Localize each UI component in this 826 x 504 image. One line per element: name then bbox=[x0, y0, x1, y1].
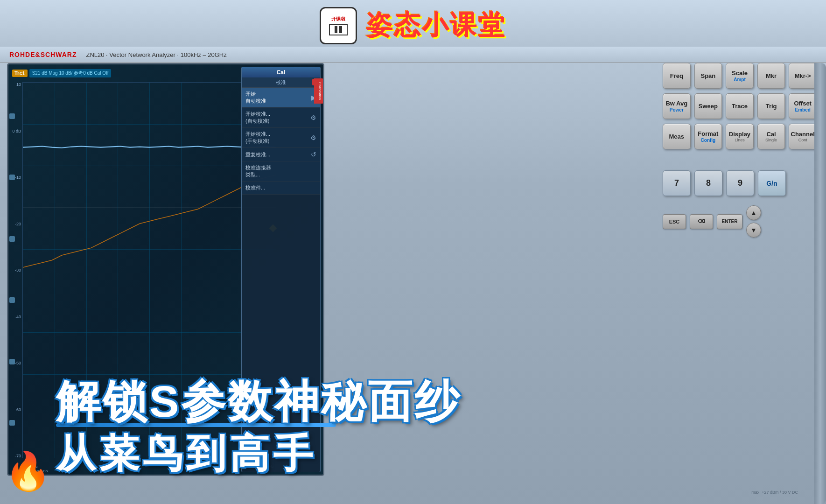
display-button-main: Display bbox=[729, 131, 750, 138]
banner-icon-text: 开课啦 bbox=[331, 16, 345, 22]
cal-header: Cal bbox=[242, 67, 320, 77]
screen-icon-3[interactable] bbox=[9, 236, 15, 242]
y-label--40: -40 bbox=[15, 315, 21, 319]
bw-avg-button[interactable]: Bw Avg Power bbox=[663, 93, 691, 119]
screen-icon-1[interactable] bbox=[9, 113, 15, 119]
graph-area bbox=[22, 82, 276, 458]
trace-info: S21 dB Mag 10 dB/ 参考0 dB Cal Off bbox=[29, 69, 112, 77]
cal-item-start-manual[interactable]: 开始校准...(手动校准) ⚙ bbox=[242, 128, 320, 148]
trace-button[interactable]: Trace bbox=[726, 93, 754, 119]
cal-item-calkit[interactable]: 校准件... bbox=[242, 182, 320, 195]
cal-title: 校准 bbox=[242, 77, 320, 88]
trace-cal-label: Cal Off bbox=[94, 70, 109, 76]
cal-item-repeat[interactable]: 重复校准... ↺ bbox=[242, 148, 320, 161]
backspace-button[interactable]: ⌫ bbox=[690, 214, 713, 229]
screen-icon-2[interactable] bbox=[9, 175, 15, 180]
screen-icon-6[interactable] bbox=[9, 420, 15, 426]
cal-item-repeat-icon: ↺ bbox=[311, 151, 316, 158]
num-9-button[interactable]: 9 bbox=[726, 170, 754, 196]
right-handle bbox=[814, 63, 826, 504]
meas-button[interactable]: Meas bbox=[663, 124, 691, 149]
channel-button-main: Channel bbox=[791, 131, 815, 138]
button-row-2: Bw Avg Power Sweep Trace Trig Offset Emb… bbox=[663, 93, 817, 119]
format-config-button[interactable]: Format Config bbox=[694, 124, 722, 149]
esc-button[interactable]: ESC bbox=[663, 214, 686, 229]
cal-item-start-manual-label: 开始校准...(手动校准) bbox=[245, 131, 270, 145]
freq-bar: 10 kHz 20 GHz bbox=[22, 458, 276, 475]
format-button-main: Format bbox=[698, 130, 718, 138]
offset-button-main: Offset bbox=[794, 100, 812, 107]
trace-ref-label: 参考0 dB bbox=[74, 70, 93, 76]
display-lines-button[interactable]: Display Lines bbox=[726, 124, 754, 149]
offset-embed-button[interactable]: Offset Embed bbox=[789, 93, 817, 119]
cal-item-start-auto[interactable]: 开始校准...(自动校准) ⚙ bbox=[242, 108, 320, 128]
cal-single-button-main: Cal bbox=[766, 131, 776, 138]
screen-icon-5[interactable] bbox=[9, 359, 15, 364]
display-button-sub: Lines bbox=[735, 138, 745, 142]
meas-button-label: Meas bbox=[669, 133, 685, 140]
enter-button-label: ENTER bbox=[722, 219, 738, 224]
enter-button[interactable]: ENTER bbox=[717, 214, 742, 229]
button-row-1: Freq Span Scale Ampt Mkr Mkr-> bbox=[663, 63, 817, 89]
sweep-button[interactable]: Sweep bbox=[694, 93, 722, 119]
span-button[interactable]: Span bbox=[694, 63, 722, 89]
banner-icon: 开课啦 bbox=[320, 7, 357, 44]
spec-label: max. +27 dBm / 30 V DC bbox=[751, 490, 798, 495]
banner-title: 姿态小课堂 bbox=[366, 8, 506, 43]
y-label--20: -20 bbox=[15, 222, 21, 226]
sweep-button-label: Sweep bbox=[699, 103, 718, 110]
scale-button-sub: Ampt bbox=[734, 77, 746, 82]
trace-format-label: dB Mag bbox=[42, 70, 57, 76]
mkr-button-label: Mkr bbox=[766, 72, 777, 80]
scale-button-main: Scale bbox=[732, 70, 748, 77]
channel-cont-button[interactable]: Channel Cont bbox=[789, 124, 817, 149]
cal-item-auto-start-label: 开始自动校准 bbox=[245, 91, 266, 105]
cal-single-button[interactable]: Cal Single bbox=[757, 124, 785, 149]
gn-button[interactable]: G/n bbox=[758, 170, 786, 196]
esc-button-label: ESC bbox=[669, 219, 680, 224]
calibration-side-button[interactable]: Calibration bbox=[314, 78, 323, 104]
down-arrow-icon: ▼ bbox=[750, 226, 757, 234]
brand-name: ROHDE&SCHWARZ bbox=[9, 51, 77, 58]
cal-item-start-manual-icon: ⚙ bbox=[310, 134, 316, 141]
mkr-arrow-button[interactable]: Mkr-> bbox=[789, 63, 817, 89]
brand-strip: ROHDE&SCHWARZ ZNL20 · Vector Network Ana… bbox=[0, 47, 826, 63]
span-button-label: Span bbox=[700, 72, 715, 80]
trace-svg bbox=[23, 83, 276, 277]
scale-button[interactable]: Scale Ampt bbox=[726, 63, 754, 89]
cal-single-button-sub: Single bbox=[765, 138, 777, 142]
y-label--60: -60 bbox=[15, 407, 21, 412]
trig-button[interactable]: Trig bbox=[757, 93, 785, 119]
right-panel: Freq Span Scale Ampt Mkr Mkr-> Bw Avg Po… bbox=[663, 63, 817, 476]
cal-item-repeat-label: 重复校准... bbox=[245, 151, 270, 158]
offset-button-sub: Embed bbox=[795, 107, 811, 112]
freq-button-label: Freq bbox=[670, 72, 683, 80]
cal-item-connector-label: 校准连接器类型... bbox=[245, 164, 271, 178]
screen-area: Trc1 S21 dB Mag 10 dB/ 参考0 dB Cal Off 1 … bbox=[7, 63, 324, 476]
down-arrow-button[interactable]: ▼ bbox=[746, 223, 761, 238]
trace-scale-label: 10 dB/ bbox=[59, 70, 72, 76]
up-arrow-button[interactable]: ▲ bbox=[746, 205, 761, 220]
cal-item-auto-start[interactable]: 开始自动校准 ▶ bbox=[242, 88, 320, 108]
cal-item-calkit-label: 校准件... bbox=[245, 184, 265, 191]
up-arrow-icon: ▲ bbox=[750, 209, 757, 217]
num-7-button[interactable]: 7 bbox=[663, 170, 691, 196]
button-row-3: Meas Format Config Display Lines Cal Sin… bbox=[663, 124, 817, 149]
mkr-button[interactable]: Mkr bbox=[757, 63, 785, 89]
screen-icon-4[interactable] bbox=[9, 297, 15, 303]
y-label--10: -10 bbox=[15, 175, 21, 180]
y-label-10: 10 bbox=[16, 82, 21, 87]
cal-item-start-auto-icon: ⚙ bbox=[310, 114, 316, 121]
num-8-button[interactable]: 8 bbox=[694, 170, 722, 196]
bw-avg-button-sub: Power bbox=[670, 107, 684, 112]
cal-item-connector[interactable]: 校准连接器类型... bbox=[242, 161, 320, 182]
y-label--50: -50 bbox=[15, 361, 21, 365]
instrument-body: ROHDE&SCHWARZ ZNL20 · Vector Network Ana… bbox=[0, 47, 826, 504]
trig-button-label: Trig bbox=[766, 103, 777, 110]
trace-button-label: Trace bbox=[732, 103, 748, 110]
freq-button[interactable]: Freq bbox=[663, 63, 691, 89]
numpad-row: 7 8 9 G/n bbox=[663, 170, 817, 196]
channel-button-sub: Cont bbox=[798, 138, 807, 142]
format-button-sub: Config bbox=[701, 138, 716, 143]
cal-panel: Cal ✕ 校准 开始自动校准 ▶ 开始校准...(自动校准) ⚙ 开始校准..… bbox=[241, 67, 321, 472]
